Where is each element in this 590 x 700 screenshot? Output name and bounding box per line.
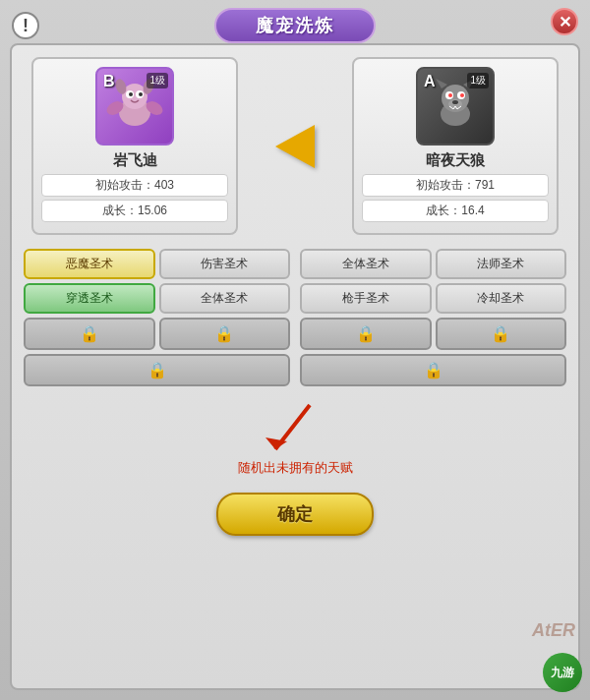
skill-locked-l3-2: 🔒 bbox=[159, 318, 291, 350]
svg-point-15 bbox=[448, 93, 452, 97]
skill-all-magic-l2[interactable]: 全体圣术 bbox=[159, 283, 291, 314]
right-pet-image: A 1级 bbox=[416, 67, 495, 146]
right-pet-card: A 1级 bbox=[352, 57, 559, 235]
warning-icon: ! bbox=[12, 12, 39, 39]
left-pet-card: B 1级 bbox=[31, 57, 238, 235]
skill-all-magic-r1[interactable]: 全体圣术 bbox=[300, 249, 432, 279]
skill-locked-r3-2: 🔒 bbox=[436, 318, 567, 350]
skills-left-half-2: 穿透圣术 全体圣术 bbox=[24, 283, 290, 314]
main-panel: B 1级 bbox=[10, 43, 580, 690]
title-bar: 魔宠洗炼 bbox=[214, 8, 376, 43]
left-pet-grade: B bbox=[103, 73, 115, 90]
hint-area: 随机出未拥有的天赋 bbox=[12, 396, 578, 485]
skills-left-locked-1: 🔒 🔒 bbox=[24, 318, 290, 350]
pets-area: B 1级 bbox=[12, 45, 578, 243]
skills-left-half-1: 恶魔圣术 伤害圣术 bbox=[24, 249, 290, 279]
close-button[interactable]: ✕ bbox=[551, 8, 578, 35]
skill-locked-l3-1: 🔒 bbox=[24, 318, 155, 350]
arrow-container bbox=[266, 125, 324, 168]
skills-row-1: 恶魔圣术 伤害圣术 全体圣术 法师圣术 bbox=[24, 249, 566, 279]
lock-icon-r3-2: 🔒 bbox=[491, 324, 510, 343]
left-pet-name: 岩飞迪 bbox=[41, 151, 228, 170]
left-pet-image: B 1级 bbox=[95, 67, 174, 146]
confirm-area: 确定 bbox=[12, 485, 578, 548]
right-pet-name: 暗夜天狼 bbox=[362, 151, 549, 170]
svg-point-4 bbox=[129, 92, 133, 96]
left-pet-level: 1级 bbox=[147, 73, 168, 88]
skills-section: 恶魔圣术 伤害圣术 全体圣术 法师圣术 bbox=[12, 243, 578, 396]
svg-point-17 bbox=[452, 100, 458, 104]
skill-pierce-magic[interactable]: 穿透圣术 bbox=[24, 283, 155, 314]
skills-row-2: 穿透圣术 全体圣术 枪手圣术 冷却圣术 bbox=[24, 283, 566, 314]
confirm-button[interactable]: 确定 bbox=[216, 493, 374, 536]
lock-icon-l4-1: 🔒 bbox=[148, 361, 167, 379]
skill-evil-magic[interactable]: 恶魔圣术 bbox=[24, 249, 155, 279]
nine-logo: 九游 bbox=[543, 653, 582, 692]
right-pet-grade: A bbox=[424, 73, 436, 90]
skills-row-3: 🔒 🔒 🔒 🔒 bbox=[24, 318, 566, 350]
skills-row-4: 🔒 🔒 bbox=[24, 354, 566, 386]
skills-right-locked-1: 🔒 🔒 bbox=[300, 318, 566, 350]
hint-arrow-svg bbox=[256, 400, 334, 459]
skills-right-locked-2: 🔒 bbox=[300, 354, 566, 386]
skills-left-locked-2: 🔒 bbox=[24, 354, 290, 386]
lock-icon-l3-1: 🔒 bbox=[80, 324, 99, 343]
right-pet-level: 1级 bbox=[467, 73, 489, 88]
title-text: 魔宠洗炼 bbox=[256, 16, 334, 35]
skill-damage-magic[interactable]: 伤害圣术 bbox=[159, 249, 291, 279]
skills-right-half-2: 枪手圣术 冷却圣术 bbox=[300, 283, 566, 314]
svg-marker-18 bbox=[436, 79, 447, 88]
svg-point-5 bbox=[139, 92, 143, 96]
svg-point-16 bbox=[460, 93, 464, 97]
lock-icon-l3-2: 🔒 bbox=[214, 324, 234, 343]
hint-text: 随机出未拥有的天赋 bbox=[12, 459, 578, 477]
right-pet-growth: 成长：16.4 bbox=[362, 200, 549, 222]
left-pet-attack: 初始攻击：403 bbox=[41, 174, 228, 197]
skill-locked-l4-1: 🔒 bbox=[24, 354, 290, 386]
skill-gunner-magic[interactable]: 枪手圣术 bbox=[300, 283, 432, 314]
skill-locked-r3-1: 🔒 bbox=[300, 318, 432, 350]
background: ! 魔宠洗炼 ✕ B 1级 bbox=[0, 0, 590, 700]
direction-arrow bbox=[275, 125, 315, 168]
lock-icon-r3-1: 🔒 bbox=[356, 324, 376, 343]
left-pet-growth: 成长：15.06 bbox=[41, 200, 228, 222]
lock-icon-r4-1: 🔒 bbox=[424, 361, 443, 379]
skill-cool-magic[interactable]: 冷却圣术 bbox=[436, 283, 567, 314]
ater-overlay: AtER bbox=[532, 620, 575, 641]
skill-locked-r4-1: 🔒 bbox=[300, 354, 566, 386]
skills-right-half-1: 全体圣术 法师圣术 bbox=[300, 249, 566, 279]
right-pet-attack: 初始攻击：791 bbox=[362, 174, 549, 197]
skill-mage-magic[interactable]: 法师圣术 bbox=[436, 249, 567, 279]
